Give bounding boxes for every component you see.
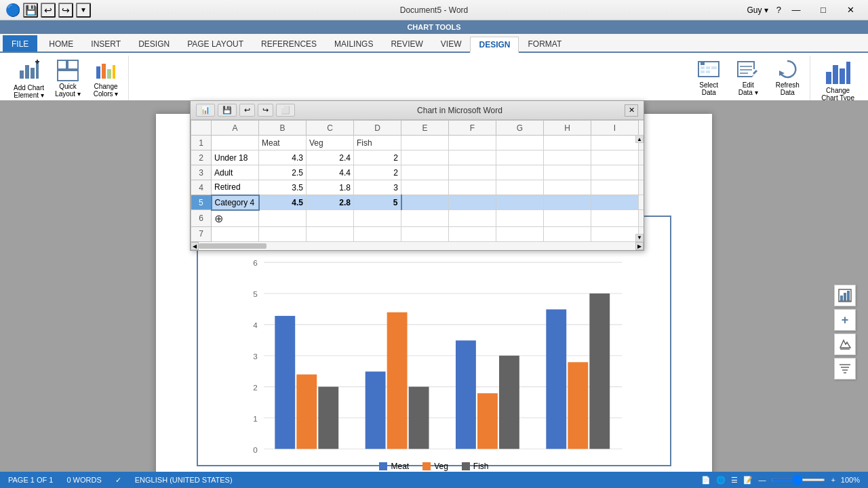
scroll-left-button[interactable]: ◀ [191,242,199,250]
view-web-icon[interactable]: 🌐 [716,476,726,485]
col-header-e[interactable]: E [401,121,449,136]
cell-f7[interactable] [449,226,496,241]
customize-qat-button[interactable]: ▼ [76,3,91,18]
cell-e2[interactable] [401,150,449,165]
cell-i7[interactable] [591,226,639,241]
cell-g4[interactable] [496,180,544,195]
scroll-up-button[interactable]: ▲ [635,135,644,143]
view-draft-icon[interactable]: 📝 [743,476,753,485]
spreadsheet-grid[interactable]: A B C D E F G H I 1 Meat Ve [191,120,644,250]
cell-c3[interactable]: 4.4 [307,165,354,180]
cell-f4[interactable] [449,180,496,195]
cell-h7[interactable] [544,226,591,241]
minimize-button[interactable]: — [784,0,808,20]
cell-a4[interactable]: Retired [212,180,259,195]
cell-h3[interactable] [544,165,591,180]
refresh-data-button[interactable]: RefreshData [770,57,804,98]
tab-file[interactable]: FILE [3,35,37,52]
cell-b4[interactable]: 3.5 [259,180,307,195]
tab-insert[interactable]: INSERT [82,35,130,52]
cell-g6[interactable] [496,210,544,227]
view-outline-icon[interactable]: ☰ [731,476,738,485]
cell-e4[interactable] [401,180,449,195]
cell-c7[interactable] [307,226,354,241]
redo-button[interactable]: ↪ [58,3,73,18]
col-header-d[interactable]: D [354,121,401,136]
tab-view[interactable]: VIEW [432,35,471,52]
cell-b1[interactable]: Meat [259,136,307,150]
tab-mailings[interactable]: MAILINGS [326,35,382,52]
cell-g1[interactable] [496,136,544,150]
select-data-button[interactable]: SelectData [692,57,726,98]
zoom-out-button[interactable]: — [758,476,766,484]
cell-f3[interactable] [449,165,496,180]
cell-h5[interactable] [544,195,591,210]
cell-i2[interactable] [591,150,639,165]
cell-f6[interactable] [449,210,496,227]
chart-container[interactable]: Chart Title 0 1 2 3 4 5 6 [197,216,671,466]
chart-format-panel-button[interactable] [834,333,856,355]
cell-d7[interactable] [354,226,401,241]
cell-b6[interactable] [259,210,307,227]
add-chart-element-button[interactable]: Add ChartElement ▾ [11,57,47,100]
zoom-in-button[interactable]: + [831,476,835,484]
horizontal-scrollbar-thumb[interactable] [199,243,267,249]
view-print-icon[interactable]: 📄 [701,476,711,485]
zoom-slider[interactable] [771,479,825,481]
cell-h1[interactable] [544,136,591,150]
col-header-c[interactable]: C [307,121,354,136]
spreadsheet-close-button[interactable]: ✕ [625,104,638,117]
tab-design-chart[interactable]: DESIGN [470,37,519,53]
chart-filter-panel-button[interactable] [834,358,856,380]
cell-a5[interactable]: Category 4 [212,195,259,210]
cell-e1[interactable] [401,136,449,150]
tab-review[interactable]: REVIEW [382,35,431,52]
tab-home[interactable]: HOME [40,35,82,52]
cell-d1[interactable]: Fish [354,136,401,150]
cell-c4[interactable]: 1.8 [307,180,354,195]
scroll-right-button[interactable]: ▶ [635,242,644,250]
cell-b2[interactable]: 4.3 [259,150,307,165]
chart-elements-panel-button[interactable] [834,285,856,306]
tab-references[interactable]: REFERENCES [252,35,326,52]
cell-d6[interactable] [354,210,401,227]
cell-c5[interactable]: 2.8 [307,195,354,210]
cell-e6[interactable] [401,210,449,227]
cell-c2[interactable]: 2.4 [307,150,354,165]
ss-chart-icon[interactable]: 📊 [196,104,215,117]
col-header-h[interactable]: H [544,121,591,136]
cell-g2[interactable] [496,150,544,165]
quick-layout-button[interactable]: QuickLayout ▾ [51,58,85,99]
cell-h2[interactable] [544,150,591,165]
cell-a3[interactable]: Adult [212,165,259,180]
ss-redo-button[interactable]: ↪ [258,104,273,117]
cell-c1[interactable]: Veg [307,136,354,150]
chart-styles-panel-button[interactable]: + [834,309,856,331]
cell-d3[interactable]: 2 [354,165,401,180]
ss-extra-button[interactable]: ⬜ [276,104,295,117]
cell-e5[interactable] [401,195,449,210]
save-button[interactable]: 💾 [23,3,38,18]
restore-button[interactable]: □ [811,0,835,20]
horizontal-scrollbar[interactable]: ◀ ▶ [191,242,644,250]
cell-h4[interactable] [544,180,591,195]
close-button[interactable]: ✕ [838,0,863,20]
cell-c6[interactable] [307,210,354,227]
col-header-f[interactable]: F [449,121,496,136]
cell-a2[interactable]: Under 18 [212,150,259,165]
col-header-i[interactable]: I [591,121,639,136]
col-header-a[interactable]: A [212,121,259,136]
edit-data-button[interactable]: EditData ▾ [731,57,765,98]
cell-d4[interactable]: 3 [354,180,401,195]
tab-design-doc[interactable]: DESIGN [130,35,178,52]
cell-i3[interactable] [591,165,639,180]
cell-b5[interactable]: 4.5 [259,195,307,210]
cell-h6[interactable] [544,210,591,227]
undo-button[interactable]: ↩ [41,3,56,18]
help-icon[interactable]: ? [776,5,781,15]
cell-a1[interactable] [212,136,259,150]
tab-page-layout[interactable]: PAGE LAYOUT [178,35,252,52]
cell-i6[interactable] [591,210,639,227]
cell-d5[interactable]: 5 [354,195,401,210]
col-header-b[interactable]: B [259,121,307,136]
